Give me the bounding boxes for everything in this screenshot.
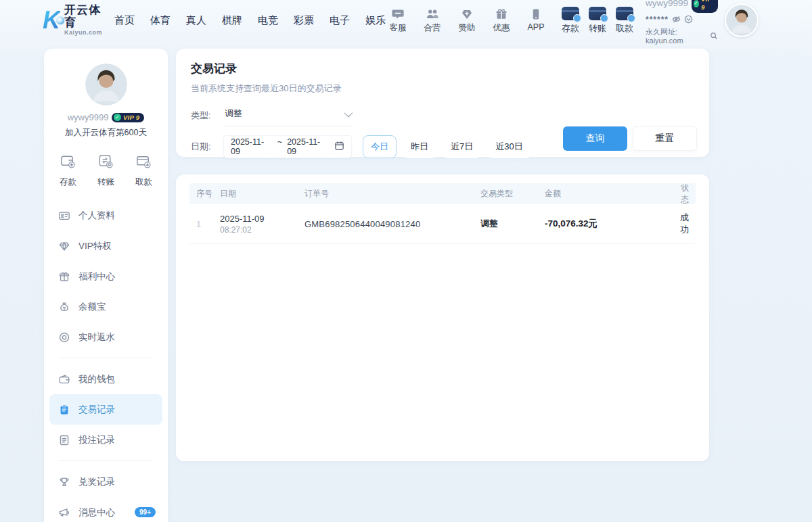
page: K 开云体育 Kaiyun.com 首页 体育 真人 棋牌 电竞 彩票 电子 娱… <box>0 0 812 522</box>
table-header-row: 序号 日期 订单号 交易类型 金额 状态 <box>189 183 696 204</box>
vip-shield-icon: ✓ <box>694 0 699 7</box>
row-datetime: 2025-11-09 08:27:02 <box>220 213 304 235</box>
bet-record-icon <box>58 434 70 446</box>
nav-sports[interactable]: 体育 <box>150 14 171 27</box>
col-amount: 金额 <box>545 188 673 199</box>
site-note: 永久网址: kaiyun.com <box>646 28 708 47</box>
vip-badge: ✓ VIP 9 <box>692 0 718 13</box>
brand-logo[interactable]: K 开云体育 Kaiyun.com <box>43 4 102 36</box>
top-bar: K 开云体育 Kaiyun.com 首页 体育 真人 棋牌 电竞 彩票 电子 娱… <box>0 0 812 41</box>
phone-icon <box>529 7 543 21</box>
range-30days-button[interactable]: 近30日 <box>487 135 531 158</box>
service-links: 客服 合营 赞助 优惠 <box>386 7 548 34</box>
sidebar-item-welfare[interactable]: 福利中心 <box>49 261 162 291</box>
col-type: 交易类型 <box>480 188 545 199</box>
type-selected-value: 调整 <box>225 108 242 120</box>
sidebar-menu: 个人资料 VIP特权 福利中心 余额宝 <box>44 200 168 522</box>
quick-transfer[interactable]: 转账 <box>97 152 115 188</box>
table-row[interactable]: 1 2025-11-09 08:27:02 GMB698250644004908… <box>189 204 696 244</box>
header-withdraw[interactable]: 取款 <box>616 7 633 34</box>
user-block: wywy9999 ✓ VIP 9 ****** 永久网址: kaiyun.com <box>646 0 718 46</box>
wallet-links: 存款 转账 取款 <box>562 7 633 34</box>
vip-shield-icon: ✓ <box>114 114 121 121</box>
sidebar-item-bets[interactable]: 投注记录 <box>49 425 162 455</box>
col-order-no: 订单号 <box>304 188 480 199</box>
masked-balance: ****** <box>646 15 669 25</box>
service-promo[interactable]: 优惠 <box>489 7 514 34</box>
sidebar-item-wallet[interactable]: 我的钱包 <box>49 364 162 394</box>
service-partners[interactable]: 合营 <box>420 7 445 34</box>
date-start: 2025-11-09 <box>231 137 273 156</box>
header-transfer[interactable]: 转账 <box>589 7 606 34</box>
service-sponsor[interactable]: 赞助 <box>455 7 479 34</box>
nav-lottery[interactable]: 彩票 <box>294 14 314 27</box>
date-range-input[interactable]: 2025-11-09 ~ 2025-11-09 <box>223 135 352 158</box>
range-7days-button[interactable]: 近7日 <box>443 135 481 158</box>
col-date: 日期 <box>220 188 304 199</box>
sidebar-item-prizes[interactable]: 兑奖记录 <box>49 467 162 497</box>
service-app[interactable]: APP <box>524 7 548 34</box>
row-type: 调整 <box>480 218 545 230</box>
main-nav: 首页 体育 真人 棋牌 电竞 彩票 电子 娱乐 <box>114 14 386 27</box>
nav-board-games[interactable]: 棋牌 <box>222 14 242 27</box>
sidebar-item-vip[interactable]: VIP特权 <box>49 231 162 261</box>
transaction-record-icon <box>58 404 70 416</box>
nav-entertainment[interactable]: 娱乐 <box>365 14 386 27</box>
sidebar-item-yuebao[interactable]: 余额宝 <box>49 291 162 322</box>
search-button[interactable]: 查询 <box>563 126 627 151</box>
trophy-icon <box>58 476 70 488</box>
transfer-icon <box>97 152 115 173</box>
quick-actions: 存款 转账 取款 <box>44 152 168 188</box>
divider <box>59 358 153 358</box>
withdraw-icon <box>135 152 153 173</box>
quick-deposit[interactable]: 存款 <box>59 152 77 188</box>
logo-text: 开云体育 Kaiyun.com <box>64 4 102 36</box>
sidebar-item-messages[interactable]: 消息中心 99+ <box>49 497 162 522</box>
withdraw-card-icon <box>616 7 633 20</box>
sponsor-icon <box>460 7 474 21</box>
eye-off-icon[interactable] <box>672 14 681 27</box>
reset-button[interactable]: 重置 <box>633 126 697 151</box>
type-label: 类型: <box>191 110 223 122</box>
header-deposit[interactable]: 存款 <box>562 7 579 34</box>
magnifier-icon[interactable] <box>710 32 718 43</box>
gift-icon <box>495 7 508 21</box>
calendar-icon <box>334 141 344 153</box>
col-index: 序号 <box>189 188 220 199</box>
chat-icon <box>391 7 405 21</box>
service-support[interactable]: 客服 <box>386 7 410 34</box>
partners-icon <box>426 7 439 21</box>
sidebar-item-transactions[interactable]: 交易记录 <box>49 394 162 425</box>
sidebar-item-profile[interactable]: 个人资料 <box>49 200 162 231</box>
date-separator: ~ <box>277 137 282 156</box>
nav-home[interactable]: 首页 <box>114 14 135 27</box>
deposit-card-icon <box>562 7 579 20</box>
divider <box>59 460 153 461</box>
refresh-circle-icon[interactable] <box>684 14 693 27</box>
range-today-button[interactable]: 今日 <box>363 135 397 158</box>
logo-k-icon: K <box>43 8 60 32</box>
row-index: 1 <box>189 219 220 229</box>
range-yesterday-button[interactable]: 昨日 <box>403 135 436 158</box>
nav-esports[interactable]: 电竞 <box>258 14 278 27</box>
user-avatar[interactable] <box>725 3 759 37</box>
quick-withdraw[interactable]: 取款 <box>135 152 153 188</box>
type-filter-row: 类型: 调整 <box>191 105 694 126</box>
nav-slots[interactable]: 电子 <box>330 14 350 27</box>
sidebar-item-rebate[interactable]: 实时返水 <box>49 322 162 352</box>
records-table-card: 序号 日期 订单号 交易类型 金额 状态 1 2025-11-09 08:27:… <box>176 174 709 461</box>
message-count-badge: 99+ <box>135 507 156 517</box>
sidebar-avatar[interactable] <box>85 64 127 105</box>
nav-live-casino[interactable]: 真人 <box>186 14 206 27</box>
filter-actions: 查询 重置 <box>563 126 697 151</box>
megaphone-icon <box>58 506 70 519</box>
money-bag-icon <box>58 301 70 313</box>
type-select[interactable]: 调整 <box>223 105 352 126</box>
brand-name: 开云体育 <box>64 4 102 29</box>
page-title: 交易记录 <box>191 61 694 76</box>
page-subtitle: 当前系统支持查询最近30日的交易记录 <box>191 82 694 95</box>
sidebar: wywy9999 ✓ VIP 9 加入开云体育第600天 存款 转账 <box>44 49 168 522</box>
gift-outline-icon <box>58 270 70 283</box>
id-card-icon <box>58 210 70 222</box>
username: wywy9999 <box>646 0 688 9</box>
